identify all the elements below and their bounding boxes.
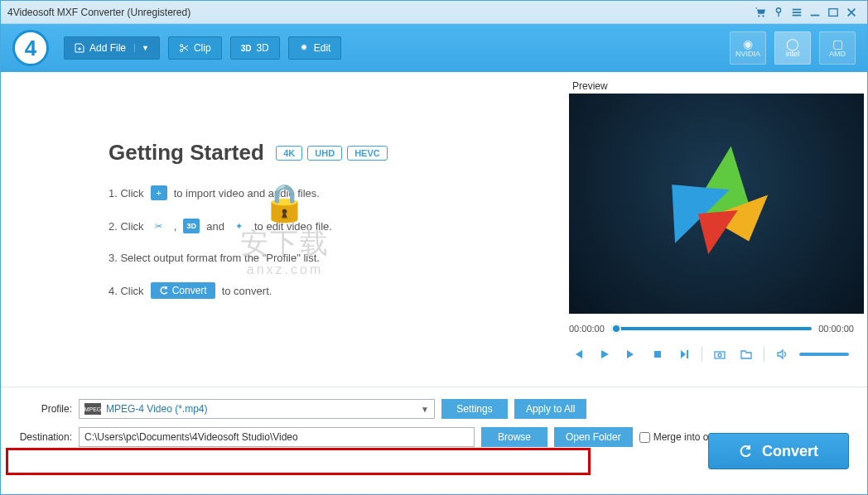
badge-uhd: UHD — [307, 146, 342, 161]
refresh-icon — [159, 286, 169, 296]
step-button[interactable] — [675, 347, 693, 362]
clip-label: Clip — [194, 42, 211, 54]
volume-icon[interactable] — [773, 347, 791, 362]
svg-rect-5 — [793, 14, 802, 16]
next-button[interactable] — [622, 347, 640, 362]
titlebar: 4Videosoft MXF Converter (Unregistered) — [1, 1, 867, 24]
highlight-box — [6, 448, 591, 475]
profile-value: MPEG-4 Video (*.mp4) — [106, 403, 208, 415]
svg-rect-10 — [654, 351, 661, 358]
step-1: 1. Click + to import video and audio fil… — [108, 185, 544, 200]
window-title: 4Videosoft MXF Converter (Unregistered) — [7, 7, 190, 18]
svg-point-0 — [758, 15, 760, 17]
preview-label: Preview — [569, 80, 854, 92]
prev-button[interactable] — [569, 347, 587, 362]
toolbar: 4 Add File ▼ Clip 3D 3D Edit ◉NVIDIA ◯in… — [1, 24, 867, 72]
format-icon: MPEG — [84, 403, 101, 415]
3d-icon: 3D — [241, 44, 252, 53]
apply-to-all-button[interactable]: Apply to All — [514, 399, 586, 419]
destination-label: Destination: — [16, 431, 72, 443]
preview-panel: Preview 00:00:00 00:00:00 — [569, 72, 867, 387]
svg-rect-4 — [793, 12, 802, 13]
maximize-icon[interactable] — [824, 4, 842, 21]
time-bar: 00:00:00 00:00:00 — [569, 324, 854, 334]
edit-inline-icon: ✦ — [231, 219, 248, 233]
destination-input[interactable] — [79, 427, 475, 447]
step-2: 2. Click ✂ , 3D and ✦ to edit video file… — [108, 219, 544, 233]
3d-label: 3D — [256, 42, 268, 54]
profile-row: Profile: MPEG MPEG-4 Video (*.mp4) ▼ Set… — [16, 399, 852, 419]
preview-logo — [654, 142, 779, 266]
stop-button[interactable] — [649, 347, 667, 362]
add-file-icon — [75, 43, 84, 53]
svg-rect-3 — [793, 8, 802, 10]
add-file-dropdown-icon[interactable]: ▼ — [134, 44, 149, 52]
time-total: 00:00:00 — [818, 324, 854, 334]
svg-rect-7 — [829, 8, 838, 16]
nvidia-chip[interactable]: ◉NVIDIA — [730, 31, 766, 65]
edit-icon — [299, 43, 309, 53]
main-area: 🔒 安下载 anxz.com Getting Started 4K UHD HE… — [1, 72, 867, 387]
chevron-down-icon: ▼ — [421, 405, 429, 414]
seek-thumb[interactable] — [611, 324, 621, 334]
intel-icon: ◯ — [786, 38, 799, 50]
3d-inline-icon: 3D — [183, 219, 200, 233]
svg-point-1 — [762, 15, 764, 17]
convert-inline-button: Convert — [151, 282, 215, 299]
minimize-icon[interactable] — [806, 4, 824, 21]
convert-button[interactable]: Convert — [708, 433, 849, 469]
svg-point-12 — [718, 353, 721, 357]
snapshot-button[interactable] — [711, 347, 729, 362]
menu-icon[interactable] — [788, 4, 806, 21]
3d-button[interactable]: 3D 3D — [230, 36, 280, 60]
step-4: 4. Click Convert to convert. — [108, 282, 544, 299]
preview-screen[interactable] — [569, 94, 864, 314]
convert-label: Convert — [762, 443, 818, 460]
add-file-button[interactable]: Add File ▼ — [64, 36, 160, 60]
add-file-inline-icon: + — [151, 185, 167, 200]
amd-chip[interactable]: ▢AMD — [819, 31, 856, 65]
intel-chip[interactable]: ◯intel — [774, 31, 811, 65]
profile-label: Profile: — [16, 403, 72, 415]
amd-icon: ▢ — [832, 38, 843, 50]
clip-button[interactable]: Clip — [168, 36, 222, 60]
open-snapshot-folder-button[interactable] — [737, 347, 755, 362]
getting-started-title: Getting Started — [108, 140, 264, 166]
svg-point-2 — [776, 7, 780, 12]
edit-label: Edit — [314, 42, 331, 54]
format-badges: 4K UHD HEVC — [276, 146, 387, 161]
open-folder-button[interactable]: Open Folder — [554, 427, 633, 447]
seek-slider[interactable] — [611, 327, 812, 330]
svg-rect-6 — [811, 14, 820, 16]
step-3: 3. Select output format from the "Profil… — [108, 252, 544, 264]
nvidia-icon: ◉ — [743, 38, 753, 50]
app-logo: 4 — [12, 30, 49, 66]
svg-rect-11 — [715, 352, 725, 358]
edit-button[interactable]: Edit — [288, 36, 342, 60]
close-icon[interactable] — [842, 4, 861, 21]
add-file-label: Add File — [89, 42, 126, 54]
badge-hevc: HEVC — [347, 146, 388, 161]
badge-4k: 4K — [276, 146, 302, 161]
profile-select[interactable]: MPEG MPEG-4 Video (*.mp4) ▼ — [79, 399, 435, 419]
scissors-inline-icon: ✂ — [151, 219, 167, 233]
play-button[interactable] — [596, 347, 614, 362]
getting-started-panel: 🔒 安下载 anxz.com Getting Started 4K UHD HE… — [1, 72, 569, 387]
volume-slider[interactable] — [799, 353, 849, 356]
refresh-icon — [739, 444, 754, 459]
scissors-icon — [179, 43, 189, 53]
player-controls — [569, 347, 854, 362]
browse-button[interactable]: Browse — [481, 427, 547, 447]
key-icon[interactable] — [769, 4, 788, 21]
cart-icon[interactable] — [751, 4, 769, 21]
merge-checkbox[interactable] — [639, 432, 650, 443]
settings-button[interactable]: Settings — [441, 399, 508, 419]
time-current: 00:00:00 — [569, 324, 605, 334]
